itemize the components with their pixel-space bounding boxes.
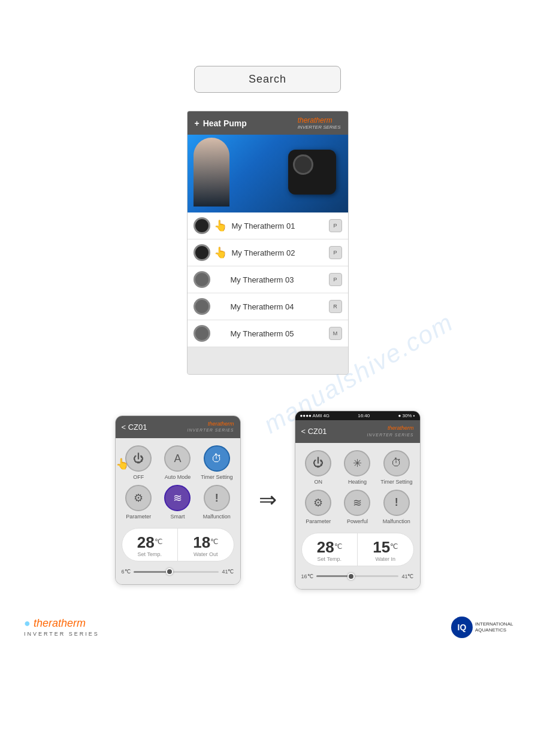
left-malfunction-label: Malfunction [203, 514, 231, 520]
right-set-temp-label: Set Temp. [318, 556, 341, 562]
right-phone: ●●●● AMll 4G 16:40 ● 30% ▪ < CZ01 therat… [295, 411, 421, 590]
footer-logos: ● theratherm INVERTER SERIES IQ INTERNAT… [0, 608, 535, 650]
phones-row: < CZ01 theratherm INVERTER SERIES 👆 ⏻ OF… [0, 399, 535, 602]
device-status-5: M [329, 327, 342, 340]
search-button[interactable]: Search [194, 66, 341, 93]
device-status-1: P [329, 219, 342, 232]
status-left: ●●●● AMll 4G [300, 413, 330, 418]
right-phone-body: ⏻ ON ✳ Heating ⏱ Timer Setting ⚙ Paramet… [295, 443, 420, 589]
left-set-temp-cell: 28℃ Set Temp. [122, 529, 178, 561]
right-ctrl-powerful[interactable]: ≋ Powerful [340, 490, 374, 524]
right-heating-label: Heating [348, 479, 367, 485]
left-timer-circle[interactable]: ⏱ [204, 445, 230, 472]
right-powerful-label: Powerful [347, 518, 368, 524]
right-ctrl-on[interactable]: ⏻ ON [301, 450, 335, 485]
device-toggle-2[interactable] [194, 244, 210, 261]
device-name-4: My Theratherm 04 [231, 302, 324, 311]
left-auto-label: Auto Mode [165, 474, 191, 480]
right-param-circle[interactable]: ⚙ [305, 490, 331, 516]
device-status-2: P [329, 246, 342, 259]
hand-icon-2: 👆 [214, 246, 227, 259]
device-item-4[interactable]: My Theratherm 04 R [188, 293, 348, 320]
right-slider-max: 41℃ [401, 573, 413, 579]
left-ctrl-smart[interactable]: ≋ Smart [161, 485, 195, 520]
left-slider-thumb[interactable] [166, 568, 173, 575]
left-ctrl-auto[interactable]: A Auto Mode [161, 445, 195, 480]
device-list-panel: + Heat Pump theratherm INVERTER SERIES 👆… [187, 111, 349, 375]
right-heating-circle[interactable]: ✳ [344, 450, 370, 476]
left-phone: < CZ01 theratherm INVERTER SERIES 👆 ⏻ OF… [115, 415, 241, 585]
hand-icon-1: 👆 [214, 219, 227, 232]
search-area: Search [0, 0, 535, 93]
right-timer-circle[interactable]: ⏱ [383, 450, 410, 476]
right-ctrl-param[interactable]: ⚙ Parameter [301, 490, 335, 524]
right-set-temp-value: 28℃ [317, 539, 342, 555]
left-water-out-cell: 18℃ Water Out [177, 529, 234, 561]
right-on-circle[interactable]: ⏻ [305, 450, 331, 476]
left-param-label: Parameter [126, 514, 151, 520]
panel-header-left: + Heat Pump [195, 119, 247, 128]
right-param-label: Parameter [306, 518, 331, 524]
left-ctrl-timer[interactable]: ⏱ Timer Setting [200, 445, 234, 480]
left-phone-logo: theratherm INVERTER SERIES [188, 421, 234, 434]
left-slider-track[interactable] [134, 571, 219, 573]
right-water-in-value: 15℃ [373, 539, 398, 555]
arrow-right-icon: ⇒ [259, 487, 277, 512]
panel-footer [188, 347, 348, 374]
right-slider-track[interactable] [316, 575, 399, 577]
right-slider-row: 16℃ 41℃ [301, 573, 414, 579]
plus-icon: + [195, 119, 200, 128]
right-set-temp-cell: 28℃ Set Temp. [302, 533, 358, 566]
panel-logo: theratherm INVERTER SERIES [298, 116, 341, 130]
panel-header: + Heat Pump theratherm INVERTER SERIES [188, 111, 348, 135]
left-slider-max: 41℃ [222, 569, 234, 575]
device-name-2: My Theratherm 02 [232, 248, 324, 257]
left-auto-circle[interactable]: A [164, 445, 191, 472]
right-malfunction-circle[interactable]: ! [383, 490, 410, 516]
device-item-2[interactable]: 👆 My Theratherm 02 P [188, 239, 348, 266]
left-param-circle[interactable]: ⚙ [125, 485, 152, 511]
device-toggle-1[interactable] [194, 217, 210, 234]
panel-title: Heat Pump [203, 119, 247, 128]
left-smart-circle[interactable]: ≋ [164, 485, 191, 511]
left-set-temp-label: Set Temp. [138, 551, 162, 557]
left-off-circle[interactable]: 👆 ⏻ [125, 445, 152, 472]
right-phone-status-bar: ●●●● AMll 4G 16:40 ● 30% ▪ [295, 411, 420, 420]
left-ctrl-param[interactable]: ⚙ Parameter [122, 485, 156, 520]
device-item-1[interactable]: 👆 My Theratherm 01 P [188, 212, 348, 239]
left-set-temp-value: 28℃ [137, 535, 162, 550]
left-phone-back[interactable]: < CZ01 [122, 423, 147, 432]
logo-prefix: thera [298, 116, 314, 125]
right-phone-back[interactable]: < CZ01 [301, 427, 327, 436]
pump-graphic [288, 150, 336, 195]
left-malfunction-circle[interactable]: ! [204, 485, 230, 511]
left-ctrl-malfunction[interactable]: ! Malfunction [200, 485, 234, 520]
right-ctrl-timer[interactable]: ⏱ Timer Setting [379, 450, 413, 485]
device-item-5[interactable]: My Theratherm 05 M [188, 320, 348, 347]
left-hand-gesture: 👆 [116, 457, 129, 470]
right-slider-thumb[interactable] [347, 573, 355, 580]
footer-sub: INVERTER SERIES [24, 631, 99, 637]
device-toggle-3[interactable] [194, 271, 210, 288]
left-slider-row: 6℃ 41℃ [122, 569, 234, 575]
left-ctrl-off[interactable]: 👆 ⏻ OFF [122, 445, 156, 480]
right-temp-display: 28℃ Set Temp. 15℃ Water In [301, 533, 414, 566]
left-phone-header: < CZ01 theratherm INVERTER SERIES [116, 416, 240, 439]
right-powerful-circle[interactable]: ≋ [344, 490, 370, 516]
status-right: ● 30% ▪ [398, 413, 415, 418]
footer-logo-theratherm: ● theratherm INVERTER SERIES [24, 617, 99, 637]
panel-image [188, 135, 348, 212]
right-ctrl-heating[interactable]: ✳ Heating [340, 450, 374, 485]
device-status-3: P [329, 273, 342, 286]
device-toggle-4[interactable] [194, 298, 210, 315]
right-malfunction-label: Malfunction [383, 518, 410, 524]
device-toggle-5[interactable] [194, 325, 210, 342]
iq-logo-circle: IQ [451, 617, 473, 638]
device-name-3: My Theratherm 03 [231, 275, 324, 284]
person-graphic [194, 138, 229, 207]
logo-tagline: INVERTER SERIES [298, 125, 341, 130]
left-water-out-value: 18℃ [193, 535, 218, 550]
right-ctrl-malfunction[interactable]: ! Malfunction [379, 490, 413, 524]
device-item-3[interactable]: My Theratherm 03 P [188, 266, 348, 293]
right-ctrl-grid: ⏻ ON ✳ Heating ⏱ Timer Setting ⚙ Paramet… [301, 450, 414, 524]
